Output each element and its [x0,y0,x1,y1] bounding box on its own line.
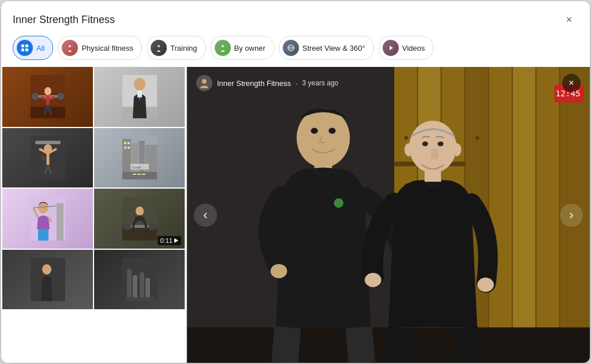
svg-point-98 [452,143,461,156]
svg-rect-40 [57,203,63,241]
thumbnail-strip: Google [1,67,186,363]
source-time: 3 years ago [302,79,339,87]
filter-chip-training[interactable]: Training [147,36,205,60]
photo-content: 12:45 [187,67,590,363]
main-viewer: Inner Strength Fitness · 3 years ago × [187,67,590,363]
svg-rect-39 [38,229,48,241]
svg-rect-73 [536,67,537,363]
prev-icon: ‹ [203,208,207,223]
svg-point-45 [123,222,131,230]
svg-rect-34 [142,174,145,175]
svg-point-93 [311,128,318,134]
svg-point-56 [202,79,207,84]
svg-rect-55 [125,297,154,301]
filter-chip-physical-fitness-label: Physical fitness [81,44,133,52]
svg-rect-30 [128,147,130,149]
video-duration: 0:11 [160,237,173,244]
source-avatar [196,75,212,91]
filter-chip-videos-avatar [383,40,399,56]
filter-chip-by-owner[interactable]: By owner [211,36,274,60]
modal-title: Inner Strength Fitness [13,14,115,26]
svg-point-4 [69,45,71,47]
svg-point-47 [136,207,144,216]
filter-chip-training-avatar [151,40,167,56]
svg-point-12 [32,93,39,100]
svg-rect-64 [489,67,512,363]
svg-rect-65 [513,67,536,363]
svg-point-77 [405,136,408,140]
svg-rect-33 [137,174,141,175]
thumbnail-item-7[interactable] [2,250,93,310]
svg-point-7 [288,45,294,51]
svg-point-101 [365,273,381,287]
svg-point-99 [422,141,428,146]
svg-point-102 [477,277,494,292]
thumbnail-item-4[interactable]: Google [94,128,185,188]
viewer-close-icon: × [568,78,574,88]
svg-rect-66 [537,67,559,363]
photo-modal: Inner Strength Fitness × All [1,1,590,363]
svg-point-83 [476,136,479,140]
filter-chip-physical-fitness[interactable]: Physical fitness [58,36,142,60]
svg-point-14 [44,87,51,95]
svg-rect-29 [124,147,126,149]
svg-rect-52 [133,275,137,298]
play-icon [174,238,178,243]
svg-point-94 [328,128,335,134]
thumbnail-item-3[interactable] [2,128,93,188]
svg-rect-27 [124,142,126,144]
modal-close-button[interactable]: × [560,10,578,29]
thumbnail-item-2[interactable] [94,67,185,127]
svg-rect-20 [35,141,61,144]
filter-chip-street-view[interactable]: Street View & 360° [279,36,374,60]
svg-point-97 [405,143,414,156]
filter-chip-training-label: Training [170,44,197,52]
svg-rect-2 [21,48,24,51]
svg-rect-51 [127,269,132,298]
svg-point-6 [222,45,224,47]
svg-point-49 [42,264,51,275]
svg-rect-0 [21,44,24,47]
svg-point-100 [437,141,443,146]
svg-point-5 [158,45,160,47]
main-photo-area: 12:45 [187,67,590,363]
close-icon: × [566,14,573,26]
svg-point-92 [300,108,347,162]
thumbnail-item-5[interactable] [2,189,93,249]
svg-rect-10 [31,107,65,118]
svg-marker-8 [390,46,393,50]
filter-chip-all-label: All [36,44,44,52]
next-photo-button[interactable]: › [560,204,583,227]
thumbnail-item-6[interactable]: 0:11 [94,189,185,249]
source-separator: · [296,79,298,88]
filter-bar: All Physical fitness Training [1,29,590,67]
svg-rect-53 [140,272,144,298]
svg-rect-54 [145,278,150,298]
content-area: Google [1,67,590,363]
filter-chip-all[interactable]: All [13,36,53,60]
svg-point-46 [148,222,156,230]
filter-chip-all-avatar [17,40,33,56]
svg-rect-72 [512,67,513,363]
filter-chip-street-view-label: Street View & 360° [302,44,365,52]
viewer-close-button[interactable]: × [562,74,581,92]
filter-chip-street-view-avatar [283,40,299,56]
svg-rect-28 [128,142,130,144]
viewer-header: Inner Strength Fitness · 3 years ago × [187,67,590,99]
filter-chip-videos[interactable]: Videos [379,36,434,60]
thumbnail-item-8[interactable] [94,250,185,310]
svg-rect-18 [137,91,142,97]
svg-point-89 [334,198,343,208]
filter-chip-physical-fitness-avatar [62,40,78,56]
video-duration-badge: 0:11 [158,236,181,245]
modal-header: Inner Strength Fitness × [1,1,590,29]
filter-chip-by-owner-label: By owner [234,44,265,52]
prev-photo-button[interactable]: ‹ [194,204,217,227]
thumbnail-item-1[interactable] [2,67,93,127]
svg-rect-31 [122,172,157,179]
svg-rect-32 [133,174,136,175]
next-icon: › [569,208,573,223]
source-name: Inner Strength Fitness [217,79,291,88]
viewer-source: Inner Strength Fitness · 3 years ago [196,75,338,91]
filter-chip-videos-label: Videos [402,44,425,52]
